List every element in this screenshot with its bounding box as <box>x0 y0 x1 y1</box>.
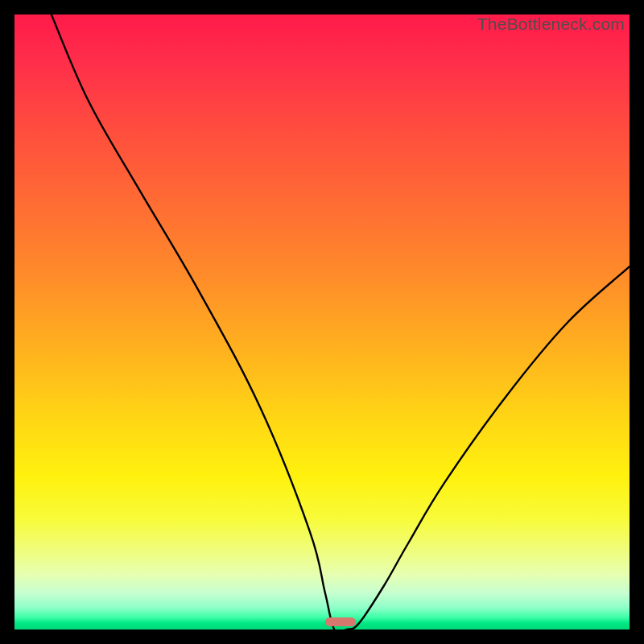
bottleneck-curve <box>14 14 630 630</box>
chart-frame: TheBottleneck.com <box>0 0 644 644</box>
chart-plot-area: TheBottleneck.com <box>14 14 630 630</box>
optimum-marker <box>325 617 356 626</box>
